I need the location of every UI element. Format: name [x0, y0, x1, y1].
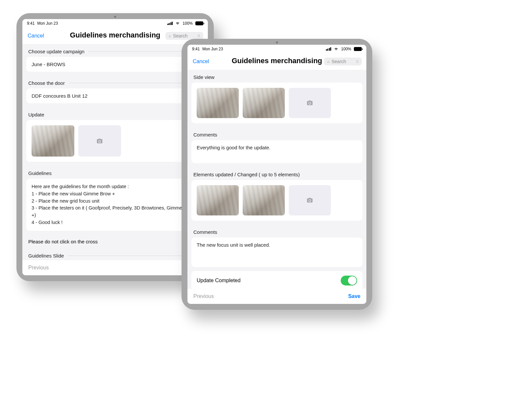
comment-field-2[interactable]: The new focus unit is well placed.	[191, 237, 362, 267]
comment-field-1[interactable]: Everything is good for the update.	[191, 140, 362, 163]
content-right: Side view Comments Everything is good fo…	[187, 70, 366, 289]
add-photo-button[interactable]	[289, 185, 331, 215]
search-input[interactable]: ⌕ Search ⎍	[324, 58, 362, 65]
search-placeholder: Search	[332, 59, 346, 64]
campaign-select[interactable]: June - BROWS	[26, 57, 204, 72]
add-photo-button[interactable]	[78, 125, 121, 157]
element-photo-2[interactable]	[243, 185, 285, 215]
update-completed-label: Update Completed	[197, 278, 240, 284]
mic-icon: ⎍	[356, 59, 358, 64]
status-date: Mon Jun 23	[37, 21, 58, 26]
label-choose-door: Choose the door	[22, 76, 208, 88]
cancel-button[interactable]: Cancel	[28, 33, 44, 39]
previous-button[interactable]: Previous	[28, 265, 49, 271]
update-completed-toggle[interactable]	[341, 276, 357, 285]
status-time: 9:41	[192, 47, 200, 51]
camera-dot	[114, 16, 116, 18]
camera-icon	[306, 100, 313, 106]
signal-icon	[326, 47, 332, 51]
label-comments-1: Comments	[187, 127, 366, 140]
previous-button[interactable]: Previous	[193, 293, 214, 299]
nav-header: Cancel Guidelines merchandising ⌕ Search…	[22, 28, 208, 44]
sideview-photos	[191, 83, 362, 123]
sideview-photo-1[interactable]	[197, 88, 239, 118]
screen-right: 9:41 Mon Jun 23 100% Cancel Guidelines m…	[187, 45, 366, 304]
add-photo-button[interactable]	[289, 88, 331, 118]
update-photo-1[interactable]	[32, 125, 74, 157]
status-bar: 9:41 Mon Jun 23 100%	[187, 45, 366, 53]
status-date: Mon Jun 23	[202, 47, 223, 51]
wifi-icon	[334, 47, 338, 51]
nav-header: Cancel Guidelines merchandising ⌕ Search…	[187, 53, 366, 70]
status-time: 9:41	[27, 21, 35, 26]
page-title: Guidelines merchandising	[70, 31, 160, 39]
screen-left: 9:41 Mon Jun 23 100% Cancel Guidelines m…	[22, 19, 208, 275]
wifi-icon	[175, 21, 180, 26]
elements-photos	[191, 180, 362, 221]
update-photos	[26, 120, 204, 162]
footer-right: Previous Save	[187, 289, 366, 304]
search-placeholder: Search	[173, 33, 187, 38]
battery-pct: 100%	[183, 21, 193, 26]
search-icon: ⌕	[327, 59, 330, 64]
camera-icon	[306, 197, 313, 204]
camera-dot	[276, 41, 278, 43]
label-side-view: Side view	[187, 70, 366, 83]
battery-icon	[195, 21, 203, 25]
label-guidelines: Guidelines	[22, 166, 208, 179]
update-completed-row: Update Completed	[191, 271, 362, 289]
door-select[interactable]: DDF concoures B Unit 12	[26, 88, 204, 103]
battery-icon	[354, 47, 362, 51]
warning-note: Please do not click on the cross	[22, 235, 208, 248]
battery-pct: 100%	[341, 47, 351, 51]
element-photo-1[interactable]	[197, 185, 239, 215]
search-icon: ⌕	[169, 34, 171, 38]
camera-icon	[96, 138, 103, 144]
label-update: Update	[22, 107, 208, 120]
label-choose-campaign: Choose update campaign	[22, 44, 208, 57]
save-button[interactable]: Save	[348, 293, 360, 299]
label-comments-2: Comments	[187, 225, 366, 237]
search-wrap: ⌕ Search ⎍	[324, 58, 362, 65]
label-guidelines-slide: Guidelines Slide	[22, 248, 208, 260]
page-title: Guidelines merchandising	[232, 57, 322, 65]
status-bar: 9:41 Mon Jun 23 100%	[22, 19, 208, 28]
sideview-photo-2[interactable]	[243, 88, 285, 118]
label-elements-updated: Elements updated / Changed ( up to 5 ele…	[187, 167, 366, 180]
content-left: Choose update campaign June - BROWS Choo…	[22, 44, 208, 260]
footer-left: Previous	[22, 260, 208, 275]
tablet-right: 9:41 Mon Jun 23 100% Cancel Guidelines m…	[182, 39, 372, 310]
signal-icon	[167, 22, 173, 25]
mic-icon: ⎍	[198, 34, 200, 38]
cancel-button[interactable]: Cancel	[193, 59, 209, 64]
guidelines-text: Here are the guidelines for the month up…	[26, 179, 204, 231]
